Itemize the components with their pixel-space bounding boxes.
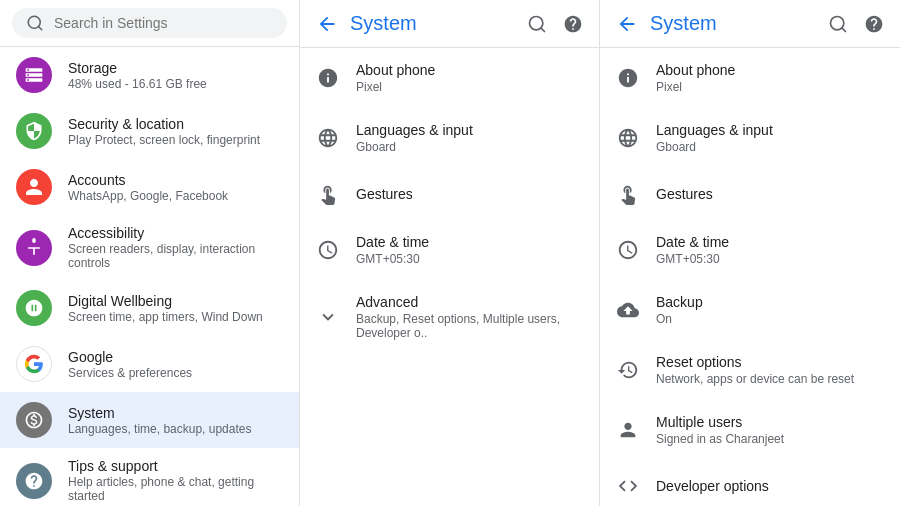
tips-subtitle: Help articles, phone & chat, getting sta… <box>68 475 283 503</box>
middle-back-button[interactable] <box>316 13 338 35</box>
accounts-title: Accounts <box>68 172 228 188</box>
right-item-languages[interactable]: Languages & input Gboard <box>600 108 900 168</box>
sidebar-item-accessibility[interactable]: Accessibility Screen readers, display, i… <box>0 215 299 280</box>
middle-item-about[interactable]: About phone Pixel <box>300 48 599 108</box>
right-help-icon[interactable] <box>864 14 884 34</box>
right-reset-title: Reset options <box>656 354 854 370</box>
right-developer-text: Developer options <box>656 478 769 494</box>
right-item-backup[interactable]: Backup On <box>600 280 900 340</box>
google-title: Google <box>68 349 192 365</box>
sidebar-item-google[interactable]: Google Services & preferences <box>0 336 299 392</box>
about-icon <box>316 66 340 90</box>
advanced-title: Advanced <box>356 294 583 310</box>
google-icon <box>16 346 52 382</box>
middle-panel-header: System <box>300 0 599 48</box>
right-item-developer[interactable]: Developer options <box>600 460 900 506</box>
languages-title: Languages & input <box>356 122 473 138</box>
security-title: Security & location <box>68 116 260 132</box>
storage-title: Storage <box>68 60 207 76</box>
storage-icon <box>16 57 52 93</box>
right-datetime-title: Date & time <box>656 234 729 250</box>
accessibility-icon <box>16 230 52 266</box>
right-header-icons <box>828 14 884 34</box>
language-icon <box>316 126 340 150</box>
datetime-text: Date & time GMT+05:30 <box>356 234 429 266</box>
right-backup-icon <box>616 298 640 322</box>
datetime-title: Date & time <box>356 234 429 250</box>
svg-line-4 <box>541 27 545 31</box>
security-text: Security & location Play Protect, screen… <box>68 116 260 147</box>
sidebar: Storage 48% used - 16.61 GB free Securit… <box>0 0 300 506</box>
sidebar-item-tips[interactable]: Tips & support Help articles, phone & ch… <box>0 448 299 506</box>
right-reset-icon <box>616 358 640 382</box>
advanced-chevron-icon <box>316 305 340 329</box>
accessibility-title: Accessibility <box>68 225 283 241</box>
about-text: About phone Pixel <box>356 62 435 94</box>
right-about-title: About phone <box>656 62 735 78</box>
security-subtitle: Play Protect, screen lock, fingerprint <box>68 133 260 147</box>
search-icon <box>26 14 44 32</box>
right-about-subtitle: Pixel <box>656 80 735 94</box>
middle-item-advanced[interactable]: Advanced Backup, Reset options, Multiple… <box>300 280 599 354</box>
middle-item-datetime[interactable]: Date & time GMT+05:30 <box>300 220 599 280</box>
sidebar-item-digitalwellbeing[interactable]: Digital Wellbeing Screen time, app timer… <box>0 280 299 336</box>
gestures-title: Gestures <box>356 186 413 202</box>
right-backup-subtitle: On <box>656 312 703 326</box>
digitalwellbeing-icon <box>16 290 52 326</box>
digitalwellbeing-title: Digital Wellbeing <box>68 293 263 309</box>
google-text: Google Services & preferences <box>68 349 192 380</box>
right-search-icon[interactable] <box>828 14 848 34</box>
right-item-about[interactable]: About phone Pixel <box>600 48 900 108</box>
right-item-multiuser[interactable]: Multiple users Signed in as Charanjeet <box>600 400 900 460</box>
middle-panel: System About phone Pixel <box>300 0 600 506</box>
tips-text: Tips & support Help articles, phone & ch… <box>68 458 283 503</box>
right-languages-title: Languages & input <box>656 122 773 138</box>
sidebar-list: Storage 48% used - 16.61 GB free Securit… <box>0 47 299 506</box>
right-panel-title: System <box>650 12 816 35</box>
search-input-wrap[interactable] <box>12 8 287 38</box>
languages-subtitle: Gboard <box>356 140 473 154</box>
system-subtitle: Languages, time, backup, updates <box>68 422 251 436</box>
storage-text: Storage 48% used - 16.61 GB free <box>68 60 207 91</box>
sidebar-item-system[interactable]: System Languages, time, backup, updates <box>0 392 299 448</box>
right-datetime-subtitle: GMT+05:30 <box>656 252 729 266</box>
system-text: System Languages, time, backup, updates <box>68 405 251 436</box>
right-multiuser-text: Multiple users Signed in as Charanjeet <box>656 414 784 446</box>
digitalwellbeing-text: Digital Wellbeing Screen time, app timer… <box>68 293 263 324</box>
advanced-text: Advanced Backup, Reset options, Multiple… <box>356 294 583 340</box>
system-title: System <box>68 405 251 421</box>
about-title: About phone <box>356 62 435 78</box>
middle-item-gestures[interactable]: Gestures <box>300 168 599 220</box>
middle-search-icon[interactable] <box>527 14 547 34</box>
right-reset-text: Reset options Network, apps or device ca… <box>656 354 854 386</box>
middle-help-icon[interactable] <box>563 14 583 34</box>
right-item-reset[interactable]: Reset options Network, apps or device ca… <box>600 340 900 400</box>
tips-title: Tips & support <box>68 458 283 474</box>
right-multiuser-icon <box>616 418 640 442</box>
right-back-button[interactable] <box>616 13 638 35</box>
right-item-gestures[interactable]: Gestures <box>600 168 900 220</box>
right-backup-text: Backup On <box>656 294 703 326</box>
advanced-subtitle: Backup, Reset options, Multiple users, D… <box>356 312 583 340</box>
security-icon <box>16 113 52 149</box>
middle-item-languages[interactable]: Languages & input Gboard <box>300 108 599 168</box>
search-bar <box>0 0 299 47</box>
search-input[interactable] <box>54 15 273 31</box>
right-gestures-text: Gestures <box>656 186 713 202</box>
right-languages-subtitle: Gboard <box>656 140 773 154</box>
accessibility-subtitle: Screen readers, display, interaction con… <box>68 242 283 270</box>
sidebar-item-accounts[interactable]: Accounts WhatsApp, Google, Facebook <box>0 159 299 215</box>
tips-icon <box>16 463 52 499</box>
sidebar-item-security[interactable]: Security & location Play Protect, screen… <box>0 103 299 159</box>
right-item-datetime[interactable]: Date & time GMT+05:30 <box>600 220 900 280</box>
right-panel-list: About phone Pixel Languages & input Gboa… <box>600 48 900 506</box>
google-subtitle: Services & preferences <box>68 366 192 380</box>
right-multiuser-title: Multiple users <box>656 414 784 430</box>
storage-subtitle: 48% used - 16.61 GB free <box>68 77 207 91</box>
accounts-icon <box>16 169 52 205</box>
system-icon <box>16 402 52 438</box>
right-languages-text: Languages & input Gboard <box>656 122 773 154</box>
sidebar-item-storage[interactable]: Storage 48% used - 16.61 GB free <box>0 47 299 103</box>
about-subtitle: Pixel <box>356 80 435 94</box>
right-datetime-icon <box>616 238 640 262</box>
